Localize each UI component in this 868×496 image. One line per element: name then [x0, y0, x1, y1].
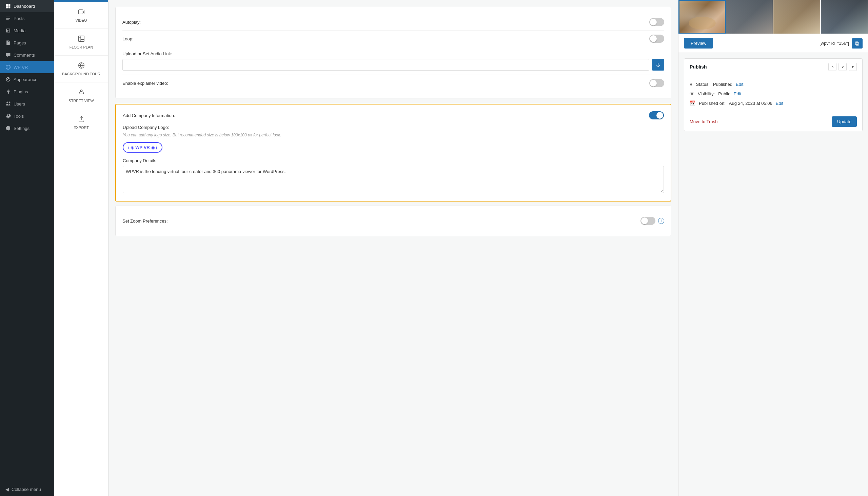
- upload-logo-label: Upload Company Logo:: [123, 125, 664, 130]
- nav-background[interactable]: BACKGROUND TOUR: [54, 56, 108, 82]
- upload-logo-hint: You can add any logo size. But recommend…: [123, 132, 664, 138]
- sidebar-item-posts[interactable]: Posts: [0, 12, 54, 25]
- publish-visibility-row: 👁 Visibility: Public Edit: [690, 89, 857, 98]
- logo-preview[interactable]: ( ◉ WP VR ◉ ): [123, 142, 162, 153]
- loop-toggle[interactable]: [649, 35, 664, 43]
- publish-status-row: ● Status: Published Edit: [690, 79, 857, 89]
- upload-logo-section: Upload Company Logo: You can add any log…: [123, 125, 664, 153]
- thumbnail-2[interactable]: [726, 0, 773, 34]
- logo-preview-icon-right: ◉ ): [151, 145, 157, 150]
- zoom-info-icon[interactable]: i: [658, 218, 664, 224]
- pages-icon: [5, 40, 11, 45]
- company-info-toggle[interactable]: [649, 111, 664, 120]
- zoom-label: Set Zoom Preferences:: [123, 218, 168, 223]
- svg-rect-2: [6, 6, 8, 9]
- comments-icon: [5, 52, 11, 58]
- media-icon: [5, 28, 11, 33]
- status-icon: ●: [690, 81, 692, 87]
- thumbnail-1[interactable]: [678, 0, 726, 34]
- tools-icon: [5, 113, 11, 119]
- sidebar-item-media[interactable]: Media: [0, 25, 54, 37]
- move-trash-button[interactable]: Move to Trash: [690, 119, 718, 124]
- sidebar-item-tools[interactable]: Tools: [0, 110, 54, 122]
- svg-point-5: [7, 65, 9, 69]
- loop-label: Loop:: [123, 36, 133, 41]
- published-edit-link[interactable]: Edit: [776, 101, 783, 106]
- explainer-toggle[interactable]: [649, 79, 664, 87]
- sidebar-item-users[interactable]: Users: [0, 98, 54, 110]
- company-info-box: Add Company Information: Upload Company …: [115, 104, 671, 202]
- audio-link-label: Upload or Set Audio Link:: [123, 51, 664, 56]
- sidebar-item-label: Appearance: [14, 77, 37, 82]
- sidebar-item-label: Comments: [14, 52, 35, 58]
- visibility-icon: 👁: [690, 91, 694, 96]
- posts-icon: [5, 16, 11, 21]
- svg-point-4: [6, 65, 11, 69]
- sidebar-item-settings[interactable]: Settings: [0, 122, 54, 134]
- autoplay-row: Autoplay:: [123, 14, 664, 31]
- appearance-icon: [5, 77, 11, 82]
- audio-link-input[interactable]: [123, 59, 649, 71]
- background-icon: [78, 62, 85, 70]
- left-panel: VIDEO FLOOR PLAN BACKGROUND TOUR: [54, 0, 109, 496]
- visibility-label: Visibility:: [698, 91, 715, 96]
- sidebar-item-pages[interactable]: Pages: [0, 37, 54, 49]
- sidebar-item-comments[interactable]: Comments: [0, 49, 54, 61]
- thumbnail-3[interactable]: [773, 0, 821, 34]
- svg-rect-12: [855, 42, 858, 44]
- update-button[interactable]: Update: [832, 117, 857, 127]
- status-edit-link[interactable]: Edit: [736, 82, 743, 87]
- sidebar-item-label: Dashboard: [14, 4, 35, 9]
- preview-bar: Preview [wpvr id="156"]: [678, 34, 868, 53]
- nav-export-label: EXPORT: [74, 125, 89, 129]
- floorplan-icon: [78, 35, 85, 43]
- logo-preview-icon: ( ◉: [128, 145, 134, 150]
- sidebar-item-dashboard[interactable]: Dashboard: [0, 0, 54, 12]
- sidebar-item-plugins[interactable]: Plugins: [0, 86, 54, 98]
- nav-background-label: BACKGROUND TOUR: [62, 72, 100, 76]
- company-details-textarea[interactable]: WPVR is the leading virtual tour creator…: [123, 166, 664, 193]
- publish-controls: ∧ ∨ ▼: [828, 63, 857, 71]
- audio-settings-section: Autoplay: Loop: Upload or Set Audio Link…: [115, 7, 671, 98]
- audio-link-button[interactable]: [652, 59, 664, 71]
- publish-close[interactable]: ▼: [849, 63, 857, 71]
- nav-export[interactable]: EXPORT: [54, 109, 108, 136]
- autoplay-toggle[interactable]: [649, 18, 664, 26]
- thumbnail-4[interactable]: [821, 0, 868, 34]
- shortcode-display: [wpvr id="156"]: [820, 38, 863, 48]
- sidebar: Dashboard Posts Media Pages Comments WP …: [0, 0, 54, 496]
- nav-streetview-label: STREET VIEW: [68, 99, 94, 103]
- copy-button[interactable]: [852, 38, 863, 48]
- publish-collapse-up[interactable]: ∧: [828, 63, 836, 71]
- nav-streetview[interactable]: STREET VIEW: [54, 82, 108, 109]
- sidebar-item-appearance[interactable]: Appearance: [0, 73, 54, 86]
- wpvr-icon: [5, 64, 11, 70]
- users-icon: [5, 101, 11, 107]
- settings-icon: [5, 125, 11, 131]
- visibility-edit-link[interactable]: Edit: [734, 91, 741, 96]
- shortcode-text: [wpvr id="156"]: [820, 41, 849, 46]
- publish-collapse-down[interactable]: ∨: [838, 63, 847, 71]
- export-icon: [78, 115, 85, 124]
- svg-rect-3: [9, 6, 11, 9]
- svg-rect-0: [6, 4, 8, 6]
- zoom-toggle[interactable]: [641, 217, 655, 225]
- collapse-menu[interactable]: ◀ Collapse menu: [0, 483, 54, 496]
- published-value: Aug 24, 2023 at 05:06: [729, 101, 772, 106]
- explainer-row: Enable explainer video:: [123, 75, 664, 91]
- preview-button[interactable]: Preview: [684, 38, 713, 48]
- nav-video-label: VIDEO: [75, 18, 87, 22]
- publish-body: ● Status: Published Edit 👁 Visibility: P…: [684, 75, 862, 112]
- streetview-icon: [78, 89, 85, 97]
- status-label: Status:: [696, 82, 709, 87]
- nav-video[interactable]: VIDEO: [54, 2, 108, 29]
- company-info-title: Add Company Information:: [123, 113, 175, 118]
- sidebar-item-label: Settings: [14, 126, 30, 131]
- sidebar-item-wpvr[interactable]: WP VR: [0, 61, 54, 73]
- company-info-header: Add Company Information:: [123, 111, 664, 120]
- publish-date-row: 📅 Published on: Aug 24, 2023 at 05:06 Ed…: [690, 98, 857, 108]
- sidebar-item-label: Media: [14, 28, 26, 33]
- status-value: Published: [713, 82, 733, 87]
- dashboard-icon: [5, 3, 11, 9]
- nav-floorplan[interactable]: FLOOR PLAN: [54, 29, 108, 56]
